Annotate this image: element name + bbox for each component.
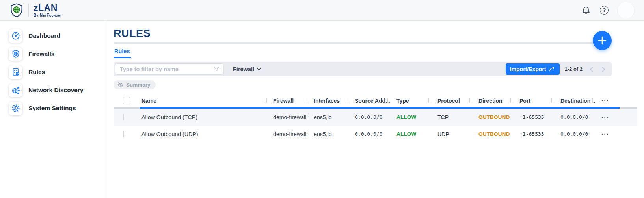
avatar[interactable] bbox=[617, 2, 635, 19]
rule-source: 0.0.0.0/0 bbox=[348, 114, 390, 120]
rules-table: Name Firewall Interfaces Source Add... T… bbox=[114, 94, 637, 142]
main-content: RULES Rules Firewall Import bbox=[107, 21, 644, 198]
summary-toggle-chip[interactable]: Summary bbox=[114, 80, 156, 89]
funnel-filter-icon bbox=[213, 66, 220, 72]
gauge-icon bbox=[9, 29, 22, 43]
network-globe-icon bbox=[9, 83, 22, 97]
column-header-name[interactable]: Name bbox=[135, 94, 267, 107]
sidebar-item-network-discovery[interactable]: Network Discovery bbox=[0, 81, 106, 99]
filter-by-name-input[interactable] bbox=[115, 66, 213, 72]
import-export-button[interactable]: Import/Export bbox=[506, 63, 560, 75]
add-rule-button[interactable] bbox=[593, 31, 612, 50]
rule-destination: 0.0.0.0/0 bbox=[554, 131, 595, 137]
rule-firewall: demo-firewall1 bbox=[267, 114, 307, 120]
next-page-button[interactable] bbox=[597, 63, 609, 75]
export-arrow-icon bbox=[549, 66, 555, 72]
filter-input-wrapper bbox=[115, 63, 224, 75]
select-all-checkbox[interactable] bbox=[123, 97, 130, 104]
question-mark-icon: ? bbox=[600, 6, 609, 15]
rule-port: :1-65535 bbox=[513, 114, 554, 120]
import-export-label: Import/Export bbox=[510, 66, 546, 72]
shield-globe-icon bbox=[9, 47, 22, 61]
scroll-thumb[interactable] bbox=[140, 107, 620, 109]
row-checkbox[interactable] bbox=[123, 131, 124, 137]
column-header-port[interactable]: Port bbox=[513, 94, 554, 107]
horizontal-scroll-indicator[interactable] bbox=[114, 107, 637, 109]
table-row[interactable]: Allow Outbound (TCP) demo-firewall1 ens5… bbox=[114, 109, 637, 126]
rule-protocol: UDP bbox=[431, 131, 472, 137]
rule-direction-badge: OUTBOUND bbox=[472, 114, 513, 120]
rule-destination: 0.0.0.0/0 bbox=[554, 114, 595, 120]
rule-type-badge: ALLOW bbox=[390, 131, 431, 137]
row-actions-menu-icon[interactable]: ··· bbox=[601, 131, 609, 137]
sidebar-item-rules[interactable]: Rules bbox=[0, 63, 106, 81]
scroll-track-right bbox=[620, 107, 637, 109]
column-settings-icon[interactable]: ··· bbox=[601, 98, 609, 104]
column-header-firewall[interactable]: Firewall bbox=[267, 94, 307, 107]
row-checkbox[interactable] bbox=[123, 114, 124, 120]
help-button[interactable]: ? bbox=[599, 5, 609, 15]
column-header-direction[interactable]: Direction bbox=[472, 94, 513, 107]
brand-logo[interactable]: zLAN By NetFoundry bbox=[9, 3, 62, 18]
rule-interfaces: ens5,lo bbox=[307, 114, 348, 120]
rule-type-badge: ALLOW bbox=[390, 114, 431, 120]
table-row[interactable]: Allow Outbound (UDP) demo-firewall1 ens5… bbox=[114, 126, 637, 142]
summary-chip-label: Summary bbox=[126, 82, 151, 88]
shield-globe-logo-icon bbox=[9, 3, 24, 18]
gear-icon bbox=[9, 102, 22, 115]
tab-rules[interactable]: Rules bbox=[114, 47, 131, 58]
eye-off-icon bbox=[117, 81, 124, 88]
row-actions-menu-icon[interactable]: ··· bbox=[601, 114, 609, 120]
rule-protocol: TCP bbox=[431, 114, 472, 120]
chevron-left-icon bbox=[588, 65, 596, 73]
bell-icon bbox=[581, 6, 591, 15]
column-header-source[interactable]: Source Add... bbox=[348, 94, 390, 107]
brand-byline: By NetFoundry bbox=[34, 13, 62, 17]
rules-checklist-icon bbox=[9, 65, 22, 79]
firewall-dropdown[interactable]: Firewall bbox=[233, 66, 261, 72]
rule-source: 0.0.0.0/0 bbox=[348, 131, 390, 137]
sidebar-item-firewalls[interactable]: Firewalls bbox=[0, 45, 106, 63]
rule-name: Allow Outbound (TCP) bbox=[135, 114, 267, 120]
title-divider bbox=[114, 42, 593, 44]
brand-divider bbox=[28, 4, 29, 17]
sidebar-item-label: Firewalls bbox=[28, 50, 54, 57]
column-header-destination[interactable]: Destination ... bbox=[554, 94, 595, 107]
scroll-track-left bbox=[114, 107, 140, 109]
rule-port: :1-65535 bbox=[513, 131, 554, 137]
sidebar-item-label: System Settings bbox=[28, 105, 76, 112]
column-header-protocol[interactable]: Protocol bbox=[431, 94, 472, 107]
sidebar-item-label: Dashboard bbox=[28, 32, 60, 39]
pagination-count: 1-2 of 2 bbox=[564, 66, 583, 72]
sidebar: Dashboard Firewalls Rules bbox=[0, 21, 106, 198]
rule-interfaces: ens5,lo bbox=[307, 131, 348, 137]
plus-icon bbox=[597, 35, 607, 46]
sidebar-item-label: Network Discovery bbox=[28, 87, 84, 94]
rule-firewall: demo-firewall1 bbox=[267, 131, 307, 137]
brand-name: zLAN bbox=[34, 4, 62, 13]
firewall-dropdown-label: Firewall bbox=[233, 66, 254, 72]
rule-direction-badge: OUTBOUND bbox=[472, 131, 513, 137]
rule-name: Allow Outbound (UDP) bbox=[135, 131, 267, 137]
table-header-row: Name Firewall Interfaces Source Add... T… bbox=[114, 94, 637, 107]
column-header-type[interactable]: Type bbox=[390, 94, 431, 107]
notifications-button[interactable] bbox=[581, 5, 591, 15]
sidebar-item-system-settings[interactable]: System Settings bbox=[0, 99, 106, 117]
prev-page-button[interactable] bbox=[586, 63, 597, 75]
table-toolbar: Firewall Import/Export 1-2 of 2 bbox=[114, 62, 612, 76]
chevron-right-icon bbox=[599, 65, 607, 73]
top-bar: zLAN By NetFoundry ? bbox=[0, 0, 644, 21]
chevron-down-icon bbox=[257, 67, 261, 72]
tab-bar: Rules bbox=[114, 47, 644, 58]
page-title: RULES bbox=[114, 28, 644, 39]
column-header-interfaces[interactable]: Interfaces bbox=[307, 94, 348, 107]
sidebar-item-label: Rules bbox=[28, 68, 45, 76]
sidebar-item-dashboard[interactable]: Dashboard bbox=[0, 27, 106, 45]
